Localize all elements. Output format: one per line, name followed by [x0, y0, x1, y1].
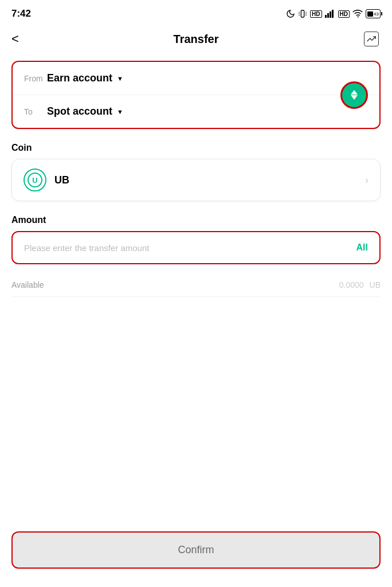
- svg-rect-7: [325, 15, 327, 18]
- to-dropdown-arrow: ▼: [117, 108, 123, 115]
- svg-rect-9: [330, 11, 331, 18]
- svg-point-11: [358, 16, 359, 17]
- available-label: Available: [11, 280, 44, 289]
- coin-section-label: Coin: [11, 143, 381, 153]
- confirm-button[interactable]: Confirm: [11, 531, 381, 569]
- main-content: From Earn account ▼ To Spot account ▼ Co…: [0, 55, 392, 383]
- hd-badge: HD: [310, 10, 322, 18]
- confirm-button-wrapper: Confirm: [0, 522, 392, 587]
- coin-icon: U: [23, 169, 46, 191]
- bottom-spacer: [11, 308, 381, 377]
- battery-icon: 43: [366, 9, 381, 18]
- svg-text:U: U: [32, 176, 37, 185]
- amount-section-label: Amount: [11, 215, 381, 225]
- battery-level: 43: [374, 11, 379, 17]
- coin-selector[interactable]: U UB ›: [11, 159, 381, 201]
- status-icons: HD HD 43: [286, 9, 381, 18]
- chart-icon: [364, 32, 379, 46]
- from-dropdown-arrow: ▼: [117, 75, 123, 82]
- hd-badge-2: HD: [338, 10, 350, 18]
- coin-symbol: UB: [54, 174, 69, 186]
- amount-input-wrapper[interactable]: Please enter the transfer amount All: [11, 231, 381, 264]
- svg-rect-10: [332, 10, 334, 18]
- svg-rect-8: [327, 13, 329, 18]
- status-time: 7:42: [11, 8, 31, 19]
- from-label: From: [24, 74, 47, 83]
- signal-icon: [325, 10, 335, 18]
- to-account-selector[interactable]: Spot account ▼: [47, 105, 123, 118]
- to-account-name: Spot account: [47, 105, 112, 118]
- amount-all-button[interactable]: All: [356, 242, 368, 253]
- arrow-down-icon: [351, 95, 358, 100]
- from-account-name: Earn account: [47, 72, 112, 84]
- swap-button[interactable]: [340, 81, 368, 109]
- available-value: 0.0000 UB: [336, 280, 381, 289]
- status-bar: 7:42 HD HD 4: [0, 0, 392, 25]
- amount-placeholder: Please enter the transfer amount: [24, 243, 149, 253]
- available-row: Available 0.0000 UB: [11, 273, 381, 297]
- coin-chevron-icon: ›: [365, 174, 369, 186]
- from-row: From Earn account ▼: [13, 62, 379, 95]
- svg-rect-0: [301, 10, 304, 17]
- nav-action-button[interactable]: [362, 30, 381, 48]
- coin-info: U UB: [23, 169, 69, 191]
- moon-icon: [286, 9, 295, 18]
- to-label: To: [24, 107, 47, 116]
- back-button[interactable]: <: [11, 33, 19, 45]
- arrow-up-icon: [351, 90, 358, 95]
- battery-fill: [367, 11, 373, 17]
- from-account-selector[interactable]: Earn account ▼: [47, 72, 123, 84]
- vibrate-icon: [298, 9, 307, 18]
- wifi-icon: [352, 10, 363, 18]
- available-unit: UB: [370, 280, 381, 289]
- page-title: Transfer: [174, 33, 219, 46]
- to-row: To Spot account ▼: [13, 95, 379, 128]
- nav-bar: < Transfer: [0, 25, 392, 55]
- account-selector-card: From Earn account ▼ To Spot account ▼: [11, 61, 381, 129]
- swap-arrows-icon: [351, 90, 358, 100]
